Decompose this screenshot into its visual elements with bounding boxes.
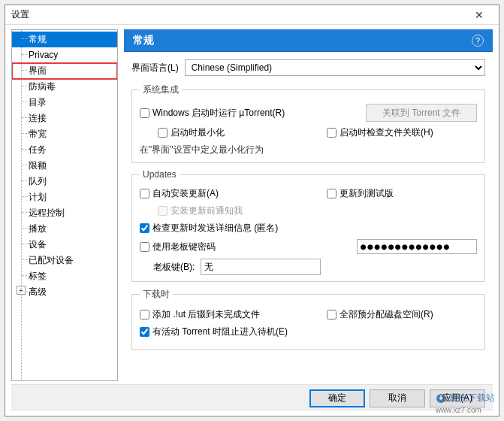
close-button[interactable]: ✕ xyxy=(466,7,493,23)
sysint-legend: 系统集成 xyxy=(140,83,182,96)
sidebar-item-16[interactable]: 高级+ xyxy=(12,284,117,300)
beta-label: 更新到测试版 xyxy=(340,187,394,200)
prevent-standby-label: 有活动 Torrent 时阻止进入待机(E) xyxy=(152,326,288,338)
download-legend: 下载时 xyxy=(140,288,173,301)
send-details-label: 检查更新时发送详细信息 (匿名) xyxy=(152,222,278,235)
notify-before-install-label: 安装更新前通知我 xyxy=(171,204,243,217)
notify-before-install-checkbox xyxy=(158,206,167,216)
sidebar-item-2[interactable]: 界面 xyxy=(12,63,117,79)
apply-button[interactable]: 应用(A) xyxy=(430,389,485,407)
use-bosskey-pw-label: 使用老板键密码 xyxy=(152,241,216,253)
titlebar: 设置 ✕ xyxy=(5,5,499,25)
send-details-checkbox[interactable] xyxy=(140,223,149,233)
prealloc-checkbox[interactable] xyxy=(327,310,337,320)
sidebar-item-5[interactable]: 连接 xyxy=(12,111,117,126)
sidebar-item-13[interactable]: 设备 xyxy=(12,237,117,253)
panel-title: 常规 xyxy=(133,34,154,47)
auto-install-checkbox[interactable] xyxy=(140,189,149,198)
minimize-on-start-checkbox[interactable] xyxy=(158,128,167,138)
sidebar-item-1[interactable]: Privacy xyxy=(12,47,117,63)
check-assoc-label: 启动时检查文件关联(H) xyxy=(340,126,433,139)
prevent-standby-checkbox[interactable] xyxy=(140,327,149,337)
prealloc-label: 全部预分配磁盘空间(R) xyxy=(340,308,433,321)
sidebar-item-0[interactable]: 常规 xyxy=(12,32,117,47)
sidebar-item-15[interactable]: 标签 xyxy=(12,268,117,284)
sidebar-item-3[interactable]: 防病毒 xyxy=(12,79,117,95)
cancel-button[interactable]: 取消 xyxy=(370,389,425,407)
bosskey-password-input[interactable] xyxy=(357,239,477,254)
category-tree[interactable]: 常规Privacy界面防病毒目录连接带宽任务限额队列计划远程控制播放设备已配对设… xyxy=(11,29,118,381)
ok-button[interactable]: 确定 xyxy=(309,389,365,407)
sidebar-item-9[interactable]: 队列 xyxy=(12,174,117,189)
minimize-note: 在"界面"设置中定义最小化行为 xyxy=(140,144,477,156)
help-icon[interactable]: ? xyxy=(472,35,484,47)
beta-checkbox[interactable] xyxy=(327,189,337,198)
auto-install-label: 自动安装更新(A) xyxy=(152,187,219,200)
dialog-footer: 确定 取消 应用(A) xyxy=(11,384,493,411)
system-integration-group: 系统集成 Windows 启动时运行 µTorrent(R) 关联到 Torre… xyxy=(131,83,485,163)
downloading-group: 下载时 添加 .!ut 后辍到未完成文件 全部预分配磁盘空间(R) xyxy=(131,288,485,350)
sidebar-item-10[interactable]: 计划 xyxy=(12,189,117,205)
run-on-startup-label: Windows 启动时运行 µTorrent(R) xyxy=(152,107,285,120)
sidebar-item-6[interactable]: 带宽 xyxy=(12,126,117,142)
language-select[interactable]: Chinese (Simplified) xyxy=(185,59,485,76)
run-on-startup-checkbox[interactable] xyxy=(140,108,149,118)
language-label: 界面语言(L) xyxy=(131,62,179,74)
bosskey-input[interactable] xyxy=(201,259,321,275)
sidebar-item-14[interactable]: 已配对设备 xyxy=(12,253,117,268)
sidebar-item-8[interactable]: 限额 xyxy=(12,158,117,174)
sidebar-item-11[interactable]: 远程控制 xyxy=(12,205,117,221)
expand-icon[interactable]: + xyxy=(17,286,26,295)
append-ut-checkbox[interactable] xyxy=(140,310,149,320)
associate-torrent-button[interactable]: 关联到 Torrent 文件 xyxy=(366,104,477,122)
sidebar-item-7[interactable]: 任务 xyxy=(12,142,117,158)
use-bosskey-pw-checkbox[interactable] xyxy=(140,242,149,252)
check-assoc-checkbox[interactable] xyxy=(327,128,337,138)
sidebar-item-4[interactable]: 目录 xyxy=(12,95,117,111)
panel-header: 常规 ? xyxy=(124,29,493,52)
append-ut-label: 添加 .!ut 后辍到未完成文件 xyxy=(152,308,260,321)
minimize-on-start-label: 启动时最小化 xyxy=(171,126,225,139)
bosskey-label: 老板键(B): xyxy=(153,261,195,274)
updates-group: Updates 自动安装更新(A) 更新到测试版 xyxy=(131,169,485,282)
window-title: 设置 xyxy=(11,8,29,21)
updates-legend: Updates xyxy=(140,169,180,180)
sidebar-item-12[interactable]: 播放 xyxy=(12,221,117,237)
